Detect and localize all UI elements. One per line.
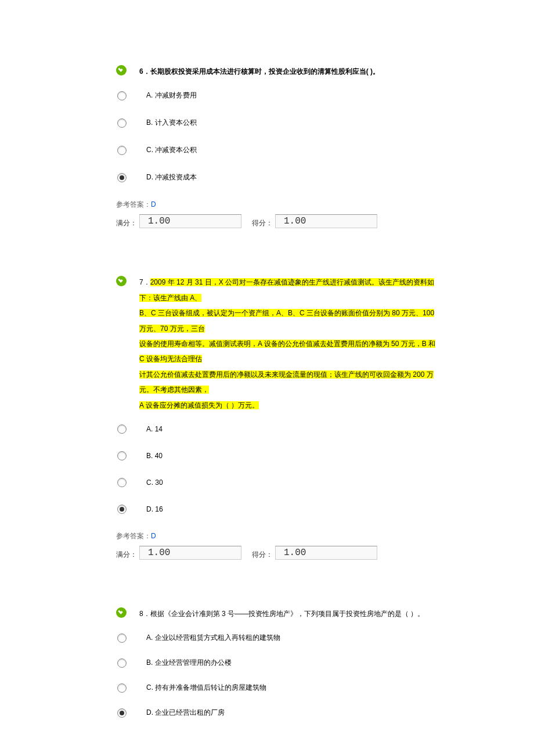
question-number: 6． xyxy=(139,67,150,75)
answer-line: 参考答案：D xyxy=(116,200,441,210)
full-score-label: 满分： xyxy=(116,218,137,228)
score-row: 满分： 1.00 得分： 1.00 xyxy=(116,214,441,228)
question-number: 7． xyxy=(139,278,150,286)
question-stem: 7．2009 年 12 月 31 日，X 公司对一条存在减值迹象的生产线进行减值… xyxy=(139,275,441,413)
question-8: 8．根据《企业会计准则第 3 号——投资性房地产》，下列项目属于投资性房地产的是… xyxy=(116,606,441,718)
correct-check-icon xyxy=(116,276,127,286)
option-label: D. 企业已经营出租的厂房 xyxy=(146,708,225,718)
correct-check-icon xyxy=(116,65,127,75)
option-c[interactable]: C. 冲减资本公积 xyxy=(117,145,441,155)
answer-prefix: 参考答案： xyxy=(116,532,151,540)
radio-icon[interactable] xyxy=(117,118,127,128)
option-list: A. 冲减财务费用 B. 计入资本公积 C. 冲减资本公积 D. 冲减投资成本 xyxy=(116,91,441,182)
option-label: B. 企业经营管理用的办公楼 xyxy=(146,658,232,668)
answer-value: D xyxy=(151,532,156,540)
radio-icon[interactable] xyxy=(117,633,127,643)
full-score-value: 1.00 xyxy=(139,214,241,228)
answer-line: 参考答案：D xyxy=(116,531,441,541)
radio-icon[interactable] xyxy=(117,424,127,434)
got-score-label: 得分： xyxy=(252,550,273,560)
got-score-value: 1.00 xyxy=(275,546,377,560)
option-label: B. 计入资本公积 xyxy=(146,118,197,128)
radio-icon[interactable] xyxy=(117,683,127,693)
score-row: 满分： 1.00 得分： 1.00 xyxy=(116,546,441,560)
option-c[interactable]: C. 30 xyxy=(117,478,441,487)
option-b[interactable]: B. 企业经营管理用的办公楼 xyxy=(117,658,441,668)
correct-check-icon xyxy=(116,607,127,618)
option-label: D. 冲减投资成本 xyxy=(146,172,197,182)
radio-icon[interactable] xyxy=(117,505,127,514)
question-6: 6．长期股权投资采用成本法进行核算时，投资企业收到的清算性股利应当( )。 A.… xyxy=(116,64,441,228)
option-d[interactable]: D. 企业已经营出租的厂房 xyxy=(117,708,441,718)
radio-icon[interactable] xyxy=(117,451,127,460)
option-c[interactable]: C. 持有并准备增值后转让的房屋建筑物 xyxy=(117,683,441,693)
option-b[interactable]: B. 40 xyxy=(117,451,441,460)
option-label: C. 30 xyxy=(146,478,163,487)
radio-icon[interactable] xyxy=(117,708,127,718)
option-a[interactable]: A. 企业以经营租赁方式租入再转租的建筑物 xyxy=(117,633,441,643)
question-stem: 6．长期股权投资采用成本法进行核算时，投资企业收到的清算性股利应当( )。 xyxy=(139,64,380,79)
option-label: C. 冲减资本公积 xyxy=(146,145,197,155)
option-label: A. 14 xyxy=(146,425,163,433)
option-label: D. 16 xyxy=(146,505,163,513)
answer-value: D xyxy=(151,200,156,208)
option-label: B. 40 xyxy=(146,452,163,460)
radio-icon[interactable] xyxy=(117,146,127,155)
option-label: C. 持有并准备增值后转让的房屋建筑物 xyxy=(146,683,266,693)
option-d[interactable]: D. 16 xyxy=(117,505,441,514)
got-score-value: 1.00 xyxy=(275,214,377,228)
question-7: 7．2009 年 12 月 31 日，X 公司对一条存在减值迹象的生产线进行减值… xyxy=(116,275,441,560)
option-list: A. 企业以经营租赁方式租入再转租的建筑物 B. 企业经营管理用的办公楼 C. … xyxy=(116,633,441,718)
radio-icon[interactable] xyxy=(117,173,127,182)
option-list: A. 14 B. 40 C. 30 D. 16 xyxy=(116,424,441,514)
option-b[interactable]: B. 计入资本公积 xyxy=(117,118,441,128)
radio-icon[interactable] xyxy=(117,658,127,668)
radio-icon[interactable] xyxy=(117,91,127,100)
full-score-value: 1.00 xyxy=(139,546,241,560)
answer-prefix: 参考答案： xyxy=(116,200,151,208)
option-label: A. 企业以经营租赁方式租入再转租的建筑物 xyxy=(146,633,280,643)
radio-icon[interactable] xyxy=(117,478,127,487)
option-d[interactable]: D. 冲减投资成本 xyxy=(117,172,441,182)
question-number: 8． xyxy=(139,610,150,618)
got-score-label: 得分： xyxy=(252,218,273,228)
option-a[interactable]: A. 14 xyxy=(117,424,441,434)
option-label: A. 冲减财务费用 xyxy=(146,91,197,100)
option-a[interactable]: A. 冲减财务费用 xyxy=(117,91,441,100)
question-stem: 8．根据《企业会计准则第 3 号——投资性房地产》，下列项目属于投资性房地产的是… xyxy=(139,606,424,621)
full-score-label: 满分： xyxy=(116,550,137,560)
